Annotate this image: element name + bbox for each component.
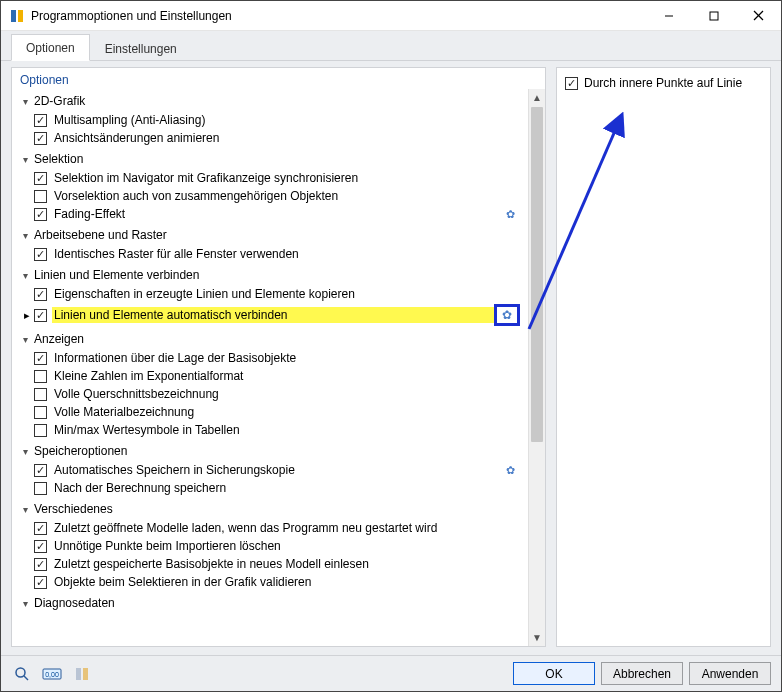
checkbox[interactable] [34,540,47,553]
option-row[interactable]: Volle Querschnittsbezeichnung [16,385,524,403]
option-row[interactable]: ▸Linien und Elemente automatisch verbind… [16,303,524,327]
defaults-icon[interactable] [71,663,93,685]
option-row[interactable]: Vorselektion auch von zusammengehörigen … [16,187,524,205]
options-panel: Optionen ▾2D-GrafikMultisampling (Anti-A… [11,67,546,647]
checkbox[interactable] [34,406,47,419]
chevron-down-icon: ▾ [18,270,32,281]
option-row[interactable]: Nach der Berechnung speichern [16,479,524,497]
option-row[interactable]: Min/max Wertesymbole in Tabellen [16,421,524,439]
detail-label: Durch innere Punkte auf Linie [584,76,742,90]
group-title: 2D-Grafik [32,94,85,108]
checkbox[interactable] [34,288,47,301]
group-header[interactable]: ▾2D-Grafik [16,91,524,111]
scroll-up-icon[interactable]: ▲ [529,89,545,106]
minimize-button[interactable] [646,1,691,30]
group-header[interactable]: ▾Speicheroptionen [16,441,524,461]
tab-options[interactable]: Optionen [11,34,90,61]
svg-line-7 [24,676,28,680]
options-tree[interactable]: ▾2D-GrafikMultisampling (Anti-Aliasing)A… [12,89,528,646]
chevron-down-icon: ▾ [18,154,32,165]
checkbox[interactable] [34,114,47,127]
vertical-scrollbar[interactable]: ▲ ▼ [528,89,545,646]
option-label: Identisches Raster für alle Fenster verw… [52,246,522,262]
group-header[interactable]: ▾Verschiedenes [16,499,524,519]
option-row[interactable]: Zuletzt geöffnete Modelle laden, wenn da… [16,519,524,537]
detail-option-row: Durch innere Punkte auf Linie [565,76,762,90]
apply-button[interactable]: Anwenden [689,662,771,685]
option-label: Informationen über die Lage der Basisobj… [52,350,522,366]
option-row[interactable]: Objekte beim Selektieren in der Grafik v… [16,573,524,591]
cancel-button[interactable]: Abbrechen [601,662,683,685]
ok-button[interactable]: OK [513,662,595,685]
group-0: ▾2D-GrafikMultisampling (Anti-Aliasing)A… [16,91,524,147]
units-icon[interactable]: 0,00 [41,663,63,685]
option-label: Objekte beim Selektieren in der Grafik v… [52,574,522,590]
option-row[interactable]: Unnötige Punkte beim Importieren löschen [16,537,524,555]
option-row[interactable]: Kleine Zahlen im Exponentialformat [16,367,524,385]
option-label: Nach der Berechnung speichern [52,480,522,496]
group-header[interactable]: ▾Anzeigen [16,329,524,349]
group-header[interactable]: ▾Linien und Elemente verbinden [16,265,524,285]
checkbox[interactable] [34,464,47,477]
chevron-down-icon: ▾ [18,334,32,345]
group-3: ▾Linien und Elemente verbindenEigenschaf… [16,265,524,327]
svg-rect-0 [11,10,16,22]
chevron-down-icon: ▾ [18,96,32,107]
option-label: Kleine Zahlen im Exponentialformat [52,368,522,384]
checkbox[interactable] [34,576,47,589]
option-row[interactable]: Fading-Effekt✿ [16,205,524,223]
checkbox[interactable] [34,482,47,495]
checkbox[interactable] [34,172,47,185]
checkbox[interactable] [34,352,47,365]
group-title: Verschiedenes [32,502,113,516]
checkbox[interactable] [34,388,47,401]
detail-checkbox[interactable] [565,77,578,90]
gear-icon[interactable]: ✿ [502,208,518,221]
option-label: Ansichtsänderungen animieren [52,130,522,146]
checkbox[interactable] [34,558,47,571]
group-header[interactable]: ▾Selektion [16,149,524,169]
checkbox[interactable] [34,370,47,383]
option-row[interactable]: Identisches Raster für alle Fenster verw… [16,245,524,263]
group-header[interactable]: ▾Diagnosedaten [16,593,524,613]
checkbox[interactable] [34,424,47,437]
option-row[interactable]: Selektion im Navigator mit Grafikanzeige… [16,169,524,187]
option-row[interactable]: Informationen über die Lage der Basisobj… [16,349,524,367]
scrollbar-thumb[interactable] [531,107,543,442]
option-row[interactable]: Automatisches Speichern in Sicherungskop… [16,461,524,479]
close-button[interactable] [736,1,781,30]
checkbox[interactable] [34,248,47,261]
option-row[interactable]: Volle Materialbezeichnung [16,403,524,421]
group-header[interactable]: ▾Arbeitsebene und Raster [16,225,524,245]
option-row[interactable]: Ansichtsänderungen animieren [16,129,524,147]
option-row[interactable]: Eigenschaften in erzeugte Linien und Ele… [16,285,524,303]
option-row[interactable]: Zuletzt gespeicherte Basisobjekte in neu… [16,555,524,573]
chevron-down-icon: ▾ [18,230,32,241]
svg-text:0,00: 0,00 [45,671,59,678]
checkbox[interactable] [34,309,47,322]
svg-rect-10 [76,668,81,680]
content-area: Optionen ▾2D-GrafikMultisampling (Anti-A… [1,61,781,691]
dialog-window: Programmoptionen und Einstellungen Optio… [0,0,782,692]
checkbox[interactable] [34,190,47,203]
scroll-down-icon[interactable]: ▼ [529,629,545,646]
gear-icon[interactable]: ✿ [494,304,520,326]
chevron-down-icon: ▾ [18,446,32,457]
maximize-button[interactable] [691,1,736,30]
option-row[interactable]: Multisampling (Anti-Aliasing) [16,111,524,129]
checkbox[interactable] [34,132,47,145]
svg-rect-1 [18,10,23,22]
window-buttons [646,1,781,30]
group-4: ▾AnzeigenInformationen über die Lage der… [16,329,524,439]
search-icon[interactable] [11,663,33,685]
option-label: Volle Materialbezeichnung [52,404,522,420]
bottom-bar: 0,00 OK Abbrechen Anwenden [1,655,781,691]
titlebar: Programmoptionen und Einstellungen [1,1,781,31]
group-title: Anzeigen [32,332,84,346]
tab-settings[interactable]: Einstellungen [90,35,192,61]
checkbox[interactable] [34,522,47,535]
panel-title: Optionen [12,68,545,89]
checkbox[interactable] [34,208,47,221]
gear-icon[interactable]: ✿ [502,464,518,477]
chevron-down-icon: ▾ [18,598,32,609]
